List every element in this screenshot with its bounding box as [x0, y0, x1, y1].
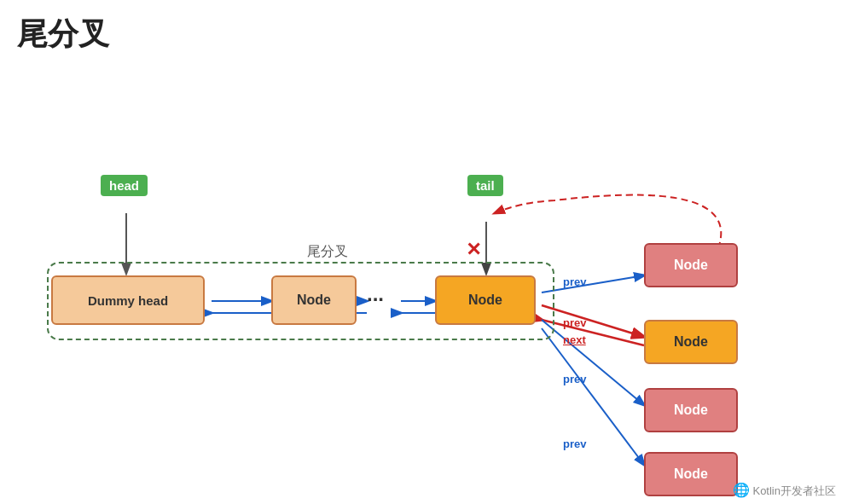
node-1: Node	[271, 275, 357, 325]
right-node-bottom: Node	[644, 452, 738, 496]
right-node-middle: Node	[644, 320, 738, 364]
section-label: 尾分叉	[307, 243, 348, 261]
tail-label: tail	[467, 175, 503, 196]
right-node-top: Node	[644, 243, 738, 287]
last-node: Node	[435, 275, 536, 325]
svg-text:✕: ✕	[466, 239, 481, 260]
svg-line-8	[542, 275, 644, 293]
svg-line-11	[542, 320, 644, 405]
head-label: head	[101, 175, 148, 196]
next-label: next	[563, 333, 586, 346]
prev-label-1: prev	[563, 275, 586, 288]
prev-label-2: prev	[563, 316, 586, 329]
svg-line-9	[542, 305, 644, 337]
page-title: 尾分叉	[0, 0, 853, 55]
watermark: 🌐 Kotlin开发者社区	[733, 482, 836, 499]
dummy-head-node: Dummy head	[51, 275, 205, 325]
svg-line-10	[542, 320, 644, 345]
dots: ···	[367, 287, 384, 311]
right-node-lower: Node	[644, 388, 738, 432]
prev-label-4: prev	[563, 437, 586, 450]
svg-line-12	[542, 328, 644, 465]
diagram-area: ✕ head tail Dummy head Node ··· Node Nod…	[0, 64, 853, 504]
prev-label-3: prev	[563, 373, 586, 385]
